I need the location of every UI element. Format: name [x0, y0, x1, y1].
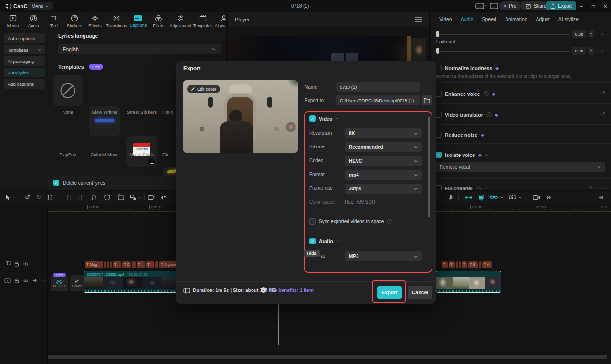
tab-audio[interactable]: Audio — [461, 16, 474, 22]
reset-icon[interactable]: ↺ — [588, 184, 593, 190]
fade-in-slider-handle[interactable] — [436, 31, 439, 37]
reset-icon[interactable]: ↺ — [600, 90, 605, 96]
pro-button[interactable]: ♥ Pro — [499, 1, 521, 10]
caption-clip[interactable]: TB — [468, 261, 478, 268]
framerate-select[interactable]: 30fps — [345, 184, 422, 194]
fade-out-value[interactable]: 0.0s — [572, 47, 586, 55]
zoom-out-icon[interactable]: ⊖ — [546, 194, 551, 201]
caption-clip[interactable] — [132, 261, 136, 268]
reset-icon[interactable]: ↺ — [600, 111, 605, 117]
chevron-up-icon[interactable] — [337, 240, 340, 242]
caption-clip[interactable]: T — [442, 261, 448, 268]
lock-icon[interactable] — [14, 261, 19, 267]
redo-icon[interactable]: ↻ — [36, 194, 42, 201]
maximize-button[interactable]: □ — [589, 1, 598, 11]
mask-icon[interactable] — [104, 194, 110, 201]
cover-button[interactable]: Cover — [70, 275, 84, 291]
fade-out-slider[interactable] — [437, 51, 570, 52]
replace-icon[interactable] — [117, 194, 124, 201]
chevron-down-icon[interactable] — [485, 187, 488, 189]
player-menu-icon[interactable] — [415, 16, 422, 23]
video-clip-selected[interactable]: 20250717-103355.mp4 00:01:04:29 — [84, 271, 181, 293]
keyframe-add-icon[interactable]: ◇ — [600, 49, 604, 53]
tab-animation[interactable]: Animation — [505, 16, 527, 22]
eye-icon[interactable] — [23, 279, 29, 283]
tab-video[interactable]: Video — [439, 16, 452, 22]
template-card-none[interactable] — [53, 75, 83, 106]
audio-checkbox[interactable]: ✓ — [309, 238, 316, 244]
chevron-down-icon[interactable] — [498, 93, 502, 95]
video-clip-selected-right[interactable] — [436, 271, 501, 293]
menu-button[interactable]: Menu — [28, 2, 53, 10]
caption-clip[interactable] — [459, 261, 461, 268]
caption-clip[interactable] — [104, 261, 106, 268]
zoom-in-icon[interactable]: ⊕ — [599, 194, 604, 201]
fill-channel-checkbox[interactable] — [435, 185, 442, 190]
link-icon[interactable] — [490, 194, 498, 201]
reduce-noise-checkbox[interactable] — [435, 132, 442, 138]
caption-clip[interactable] — [456, 261, 458, 268]
sidebar-item-ai-packaging[interactable]: AI packaging — [4, 56, 45, 66]
caption-clip[interactable]: T — [137, 261, 145, 268]
camera-preview-icon[interactable] — [533, 194, 540, 201]
caption-clip[interactable] — [479, 261, 481, 268]
bitrate-select[interactable]: Recommended — [345, 142, 422, 152]
mosaic-icon[interactable] — [130, 194, 137, 201]
keyframe-next-icon[interactable]: › — [606, 32, 608, 37]
toolbar-item-text[interactable]: TI Text — [47, 14, 61, 28]
chevron-down-icon[interactable] — [500, 194, 504, 201]
compact-layout-icon[interactable] — [490, 3, 498, 9]
record-voiceover-icon[interactable] — [448, 194, 453, 201]
caption-clip[interactable]: T — [462, 261, 467, 268]
extract-audio-icon[interactable] — [160, 194, 167, 201]
normalize-loudness-checkbox[interactable] — [435, 65, 442, 71]
chevron-down-icon[interactable] — [485, 4, 488, 7]
toolbar-item-captions[interactable]: Captions — [131, 14, 145, 28]
sidebar-item-auto-lyrics[interactable]: Auto lyrics — [4, 68, 45, 77]
resolution-select[interactable]: 8K — [345, 128, 422, 138]
keyframe-add-icon[interactable]: ◇ — [600, 32, 604, 37]
caption-clip[interactable]: T — [146, 261, 154, 268]
chevron-up-icon[interactable] — [336, 117, 339, 120]
layout-toggle-icon[interactable] — [475, 3, 484, 9]
sidebar-item-add-captions[interactable]: Add captions — [4, 79, 45, 89]
minimize-button[interactable]: − — [577, 1, 586, 11]
chevron-down-icon[interactable] — [13, 194, 16, 201]
playhead[interactable] — [278, 304, 279, 345]
fade-out-slider-handle[interactable] — [436, 48, 439, 54]
edit-cover-button[interactable]: Edit cover — [187, 85, 220, 93]
caption-clip[interactable]: TC — [122, 261, 131, 268]
ai-clip-button[interactable]: AI clip — [51, 275, 68, 291]
language-select[interactable]: English — [58, 44, 221, 54]
auto-cut-icon[interactable] — [477, 194, 485, 201]
fade-in-stepper[interactable]: ▲▼ — [588, 30, 594, 38]
chevron-down-icon[interactable] — [137, 194, 140, 201]
toolbar-item-ai-avatars[interactable]: AI avatars — [217, 14, 226, 28]
export-frame-icon[interactable] — [148, 194, 155, 201]
format-select[interactable]: mp4 — [345, 170, 422, 180]
toolbar-item-adjustment[interactable]: Adjustment — [172, 14, 189, 28]
codec-select[interactable]: HEVC — [345, 156, 422, 166]
keyframe-prev-icon[interactable]: ‹ — [596, 49, 598, 53]
undo-icon[interactable]: ↺ — [25, 194, 30, 201]
tab-adjust[interactable]: Adjust — [536, 16, 550, 22]
toolbar-item-media[interactable]: Media — [6, 14, 20, 28]
delete-right-icon[interactable]: |[ — [77, 194, 83, 201]
toolbar-item-templates[interactable]: Templates — [195, 14, 211, 28]
delete-left-icon[interactable]: ]| — [66, 194, 71, 201]
delete-icon[interactable] — [91, 194, 97, 201]
caption-clip[interactable] — [155, 261, 158, 268]
browse-folder-button[interactable] — [422, 95, 432, 105]
caption-clip[interactable] — [110, 261, 112, 268]
split-icon[interactable]: ][ — [47, 194, 52, 201]
export-path-input[interactable]: C:/Users/TOPGUS/Desktop/0718 (1).... — [336, 95, 420, 105]
isolate-voice-checkbox[interactable]: ✓ — [435, 152, 442, 158]
lock-icon[interactable] — [14, 278, 19, 283]
toolbar-item-filters[interactable]: Filters — [151, 14, 166, 28]
export-button-titlebar[interactable]: Export — [546, 1, 576, 10]
caption-clip[interactable]: TA — [482, 261, 492, 268]
tab-speed[interactable]: Speed — [482, 16, 496, 22]
more-icon[interactable]: ⋯ — [41, 277, 46, 283]
video-translator-checkbox[interactable] — [435, 112, 442, 118]
chevron-up-icon[interactable] — [485, 154, 488, 156]
